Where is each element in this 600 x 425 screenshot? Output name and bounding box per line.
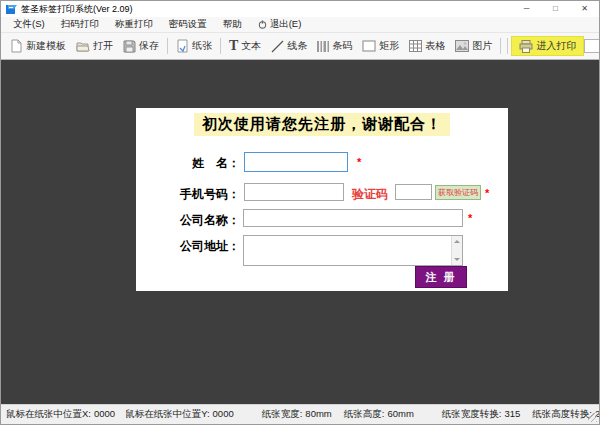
toolbar-separator: [500, 38, 501, 54]
minimize-button[interactable]: ─: [512, 1, 541, 17]
menu-scan-print[interactable]: 扫码打印: [53, 18, 107, 31]
status-paper-width-converted: 纸张宽度转换:315: [442, 408, 521, 421]
paper-icon: [176, 39, 189, 53]
company-address-textarea[interactable]: [243, 235, 463, 266]
toolbar-separator: [507, 38, 508, 54]
name-label: 姓 名：: [156, 155, 240, 172]
window-title: 签圣标签打印系统(Ver 2.09): [21, 3, 133, 16]
zoom-level-select[interactable]: [584, 39, 600, 53]
textarea-scrollbar[interactable]: [451, 236, 462, 265]
company-name-label: 公司名称：: [156, 212, 240, 229]
captcha-label: 验证码: [352, 186, 388, 203]
register-button[interactable]: 注 册: [415, 266, 467, 288]
toolbar-separator: [220, 38, 221, 54]
text-button[interactable]: T 文本: [224, 36, 266, 56]
line-button[interactable]: 线条: [266, 37, 312, 55]
company-name-input[interactable]: [243, 209, 463, 227]
barcode-icon: [317, 40, 329, 53]
new-template-button[interactable]: 新建模板: [5, 37, 71, 55]
phone-label: 手机号码：: [156, 186, 240, 203]
toolbar-separator: [167, 38, 168, 54]
company-required-asterisk: *: [468, 212, 472, 224]
menu-weigh-print[interactable]: 称重打印: [107, 18, 161, 31]
save-button[interactable]: 保存: [118, 37, 164, 55]
close-button[interactable]: ✕: [570, 1, 599, 17]
enter-print-button[interactable]: 进入打印: [511, 36, 584, 56]
title-bar: 签圣标签打印系统(Ver 2.09) ─ □ ✕: [1, 1, 599, 17]
rectangle-button[interactable]: 矩形: [357, 37, 404, 55]
registration-heading: 初次使用请您先注册，谢谢配合！: [194, 113, 450, 136]
table-icon: [409, 40, 422, 52]
scroll-up-icon[interactable]: [454, 237, 460, 243]
menu-exit[interactable]: 退出(E): [250, 18, 310, 31]
rectangle-icon: [362, 40, 376, 52]
line-icon: [271, 40, 284, 53]
text-icon: T: [229, 38, 238, 54]
menu-help[interactable]: 帮助: [215, 18, 250, 31]
design-canvas-area: 初次使用请您先注册，谢谢配合！ 姓 名： * 手机号码： 验证码 获取验证码 *…: [1, 60, 599, 404]
get-captcha-button[interactable]: 获取验证码: [435, 185, 481, 200]
barcode-button[interactable]: 条码: [312, 37, 357, 55]
caption-buttons: ─ □ ✕: [512, 1, 599, 17]
new-document-icon: [10, 39, 23, 53]
toolbar: 新建模板 打开 保存 纸张 T 文本: [1, 33, 599, 60]
toolbar-zoom-group: ▾: [584, 37, 600, 55]
maximize-button[interactable]: □: [541, 1, 570, 17]
resize-grip[interactable]: [588, 413, 597, 422]
printer-icon: [519, 40, 533, 53]
open-folder-icon: [76, 40, 90, 52]
name-input[interactable]: [244, 152, 348, 172]
phone-required-asterisk: *: [485, 187, 489, 199]
image-icon: [455, 40, 469, 52]
menu-password-settings[interactable]: 密码设置: [161, 18, 215, 31]
captcha-input[interactable]: [395, 184, 432, 200]
app-window: 签圣标签打印系统(Ver 2.09) ─ □ ✕ 文件(S) 扫码打印 称重打印…: [0, 0, 600, 425]
status-paper-height: 纸张高度:60mm: [344, 408, 414, 421]
app-logo-icon: [6, 4, 17, 15]
status-mouse-y: 鼠标在纸张中位置Y:0000: [125, 408, 234, 421]
status-bar: 鼠标在纸张中位置X:0000 鼠标在纸张中位置Y:0000 纸张宽度:80mm …: [1, 404, 599, 424]
scroll-down-icon[interactable]: [454, 258, 460, 264]
paper-button[interactable]: 纸张: [171, 37, 217, 55]
open-button[interactable]: 打开: [71, 37, 118, 55]
status-mouse-x: 鼠标在纸张中位置X:0000: [6, 408, 115, 421]
status-paper-width: 纸张宽度:80mm: [262, 408, 332, 421]
image-button[interactable]: 图片: [450, 37, 497, 55]
table-button[interactable]: 表格: [404, 37, 450, 55]
company-address-label: 公司地址：: [156, 238, 240, 255]
save-icon: [123, 40, 136, 53]
company-address-text: [244, 236, 451, 265]
name-required-asterisk: *: [357, 156, 361, 168]
menu-file[interactable]: 文件(S): [5, 18, 53, 31]
phone-input[interactable]: [244, 183, 344, 201]
power-icon: [258, 20, 267, 29]
registration-dialog: 初次使用请您先注册，谢谢配合！ 姓 名： * 手机号码： 验证码 获取验证码 *…: [136, 108, 508, 291]
menu-bar: 文件(S) 扫码打印 称重打印 密码设置 帮助 退出(E): [1, 17, 599, 33]
